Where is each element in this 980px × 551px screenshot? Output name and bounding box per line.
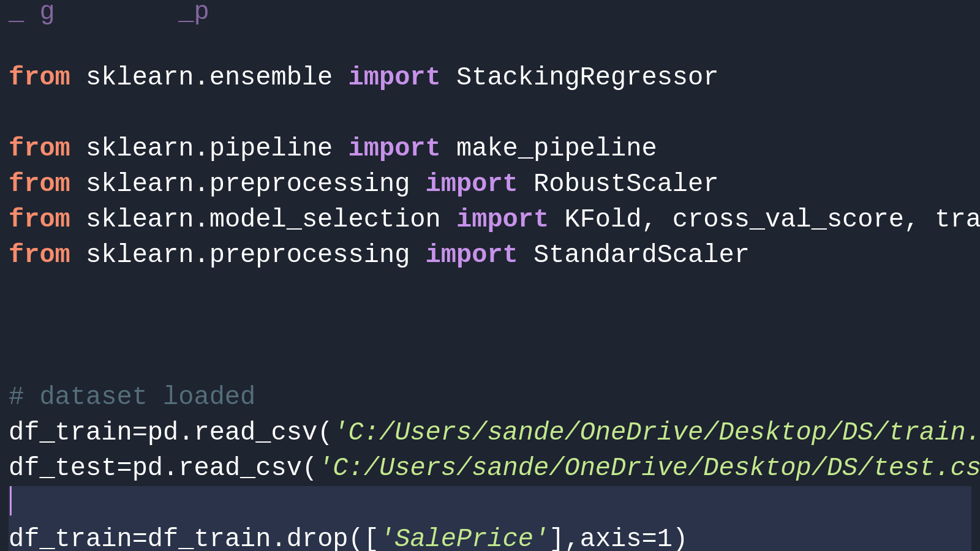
- bracket-close: ]: [549, 522, 564, 551]
- module-name: sklearn.preprocessing: [86, 238, 410, 273]
- keyword-from: from: [9, 167, 70, 202]
- operator: =: [116, 451, 132, 486]
- keyword-import: import: [426, 167, 518, 202]
- paren-close: ): [673, 522, 688, 551]
- comma-space: ,: [564, 522, 579, 551]
- line-import-standardscaler: from sklearn.preprocessing import Standa…: [9, 238, 971, 273]
- blank-line: [9, 344, 971, 380]
- dot: .: [163, 451, 178, 486]
- blank-line: [9, 96, 971, 131]
- line-cursor[interactable]: [9, 486, 971, 522]
- module-name: sklearn.preprocessing: [86, 167, 410, 202]
- line-import-pipeline: from sklearn.pipeline import make_pipeli…: [9, 131, 971, 167]
- class-name: KFold, cross_val_score, train_test_: [564, 202, 980, 238]
- top-partial-line: _ g _p: [0, 0, 980, 18]
- module-name: sklearn.pipeline: [86, 131, 333, 167]
- code-editor: _ g _p from sklearn.ensemble import Stac…: [0, 0, 980, 551]
- blank-line: [9, 273, 971, 309]
- class-name: make_pipeline: [456, 131, 657, 167]
- keyword-import: import: [349, 131, 441, 167]
- module-name: sklearn.model_selection: [86, 202, 441, 238]
- partial-text: _ g _p: [9, 0, 209, 30]
- class-name: RobustScaler: [533, 167, 718, 202]
- var-pd: pd: [148, 415, 178, 451]
- func-name: read_csv: [178, 451, 302, 486]
- class-name: StackingRegressor: [456, 60, 718, 96]
- keyword-import: import: [426, 238, 518, 273]
- var-dftrain: df_train: [148, 522, 271, 551]
- var-name: df_test: [9, 451, 116, 486]
- line-import-model-selection: from sklearn.model_selection import KFol…: [9, 202, 971, 238]
- keyword-import: import: [349, 60, 441, 96]
- class-name: StandardScaler: [533, 238, 750, 273]
- code-content: from sklearn.ensemble import StackingReg…: [0, 18, 980, 551]
- line-import-robustscaler: from sklearn.preprocessing import Robust…: [9, 167, 971, 202]
- text-cursor: [10, 486, 12, 515]
- bracket-open: [: [364, 522, 379, 551]
- keyword-from: from: [9, 202, 70, 238]
- keyword-from: from: [9, 131, 70, 167]
- line-df-train-drop: df_train = df_train . drop ( [ 'SalePric…: [9, 522, 971, 551]
- string-value: 'SalePrice': [379, 522, 549, 551]
- var-name: df_train: [9, 415, 132, 451]
- var-name: df_train: [9, 522, 132, 551]
- keyword-from: from: [9, 60, 70, 96]
- line-df-test-read: df_test = pd . read_csv ( 'C:/Users/sand…: [9, 451, 971, 486]
- equals: =: [642, 522, 657, 551]
- dot: .: [178, 415, 194, 451]
- operator: =: [132, 415, 148, 451]
- param-value: 1: [657, 522, 673, 551]
- paren-open: (: [302, 451, 317, 486]
- func-name: read_csv: [194, 415, 318, 451]
- string-value: 'C:/Users/sande/OneDrive/Desktop/DS/trai…: [333, 415, 980, 451]
- line-import-stacking: from sklearn.ensemble import StackingReg…: [9, 60, 971, 96]
- line-df-train-read: df_train = pd . read_csv ( 'C:/Users/san…: [9, 415, 971, 451]
- blank-line: [9, 309, 971, 344]
- keyword-from: from: [9, 238, 70, 273]
- dot: .: [271, 522, 287, 551]
- operator: =: [132, 522, 148, 551]
- var-pd: pd: [132, 451, 163, 486]
- line-comment: # dataset loaded: [9, 380, 971, 415]
- paren-open: (: [349, 522, 364, 551]
- comment-text: # dataset loaded: [9, 380, 255, 415]
- func-name: drop: [287, 522, 349, 551]
- paren-open: (: [317, 415, 333, 451]
- keyword-import: import: [456, 202, 549, 238]
- param-axis: axis: [580, 522, 642, 551]
- string-value: 'C:/Users/sande/OneDrive/Desktop/DS/test…: [317, 451, 980, 486]
- module-name: sklearn.ensemble: [86, 60, 333, 96]
